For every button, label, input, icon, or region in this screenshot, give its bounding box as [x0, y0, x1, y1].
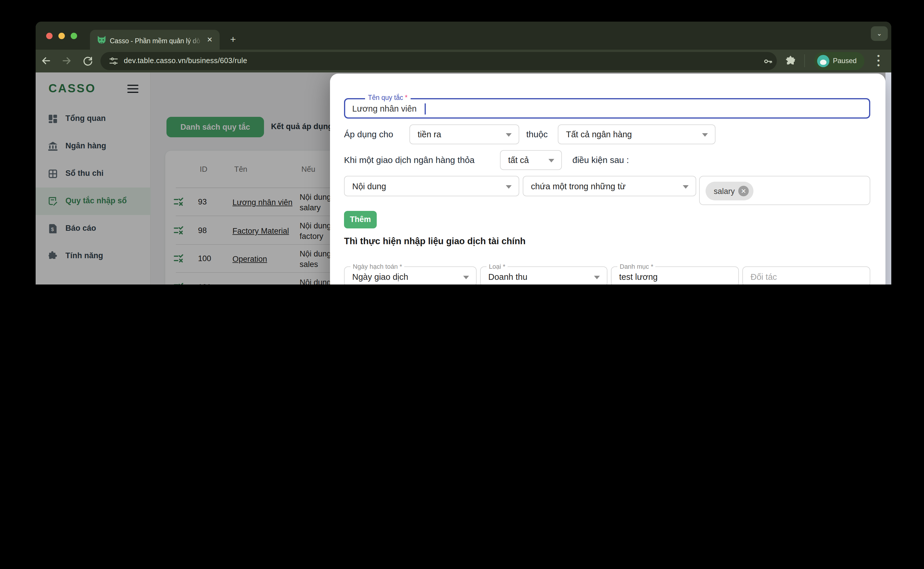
chip-remove-icon[interactable]: ✕: [738, 186, 749, 196]
page-content: CASSO Tổng quan Ngân hàng: [36, 72, 891, 284]
chevron-down-icon: [683, 185, 688, 189]
toolbar-separator: [804, 54, 805, 67]
rule-name-label: Tên quy tắc *: [365, 94, 410, 101]
extensions-puzzle-icon[interactable]: [785, 55, 796, 67]
direction-select[interactable]: tiền ra: [409, 125, 519, 144]
browser-menu-icon[interactable]: •••: [874, 54, 883, 68]
text-cursor: [425, 103, 426, 114]
add-condition-button[interactable]: Thêm: [344, 211, 377, 228]
chevron-down-icon: [506, 133, 512, 137]
browser-window: Casso - Phần mềm quản lý dò ✕ + ⌄: [36, 21, 891, 284]
new-tab-button[interactable]: +: [226, 33, 240, 46]
password-key-icon[interactable]: [763, 56, 773, 67]
partner-input[interactable]: Đối tác: [742, 266, 870, 284]
forward-icon[interactable]: [61, 55, 73, 67]
condition-suffix-text: điều kiện sau :: [572, 155, 629, 165]
close-window-button[interactable]: [46, 33, 53, 39]
back-icon[interactable]: [40, 55, 52, 67]
chevron-down-icon: [702, 133, 708, 137]
page-scrollbar[interactable]: [886, 72, 891, 284]
tab-strip: Casso - Phần mềm quản lý dò ✕ + ⌄: [36, 21, 891, 50]
address-bar[interactable]: dev.table.casso.vn/business/603/rule: [100, 52, 777, 70]
apply-for-label: Áp dụng cho: [344, 129, 394, 139]
reload-icon[interactable]: [82, 55, 93, 67]
belong-label: thuộc: [526, 129, 547, 139]
chevron-down-icon: [506, 185, 512, 189]
profile-badge[interactable]: Paused: [814, 52, 865, 70]
site-settings-icon[interactable]: [109, 56, 119, 66]
url-text: dev.table.casso.vn/business/603/rule: [124, 57, 247, 65]
zoom-window-button[interactable]: [71, 33, 77, 39]
category-input[interactable]: Danh mục * test lương: [611, 266, 739, 284]
type-select[interactable]: Loại * Doanh thu: [480, 266, 608, 284]
rule-editor-dialog: Tên quy tắc * Lương nhân viên Áp dụng ch…: [330, 74, 886, 284]
when-text: Khi một giao dịch ngân hàng thỏa: [344, 155, 474, 165]
condition-operator-select[interactable]: chứa một trong những từ: [523, 176, 696, 196]
then-heading: Thì thực hiện nhập liệu giao dịch tài ch…: [344, 236, 526, 246]
chevron-down-icon: [463, 275, 469, 279]
chevron-down-icon: [594, 275, 600, 279]
chevron-down-icon: [549, 159, 554, 163]
casso-favicon-icon: [97, 35, 106, 44]
keywords-input[interactable]: salary ✕: [699, 176, 870, 205]
minimize-window-button[interactable]: [58, 33, 65, 39]
match-mode-select[interactable]: tất cả: [500, 150, 562, 170]
bank-select[interactable]: Tất cả ngân hàng: [558, 125, 716, 144]
browser-toolbar: dev.table.casso.vn/business/603/rule Pau…: [36, 50, 891, 72]
rule-name-field[interactable]: Tên quy tắc * Lương nhân viên: [344, 98, 870, 119]
profile-avatar: [817, 55, 830, 67]
tab-close-icon[interactable]: ✕: [204, 35, 215, 45]
tab-search-chevron-button[interactable]: ⌄: [871, 26, 888, 41]
desktop: Casso - Phần mềm quản lý dò ✕ + ⌄: [0, 0, 924, 284]
keyword-chip[interactable]: salary ✕: [705, 182, 754, 200]
tab-title: Casso - Phần mềm quản lý dò: [110, 35, 203, 44]
browser-tab[interactable]: Casso - Phần mềm quản lý dò ✕: [90, 30, 220, 50]
condition-field-select[interactable]: Nội dung: [344, 176, 519, 196]
posting-date-select[interactable]: Ngày hạch toán * Ngày giao dịch: [344, 266, 477, 284]
profile-status-label: Paused: [833, 57, 857, 65]
